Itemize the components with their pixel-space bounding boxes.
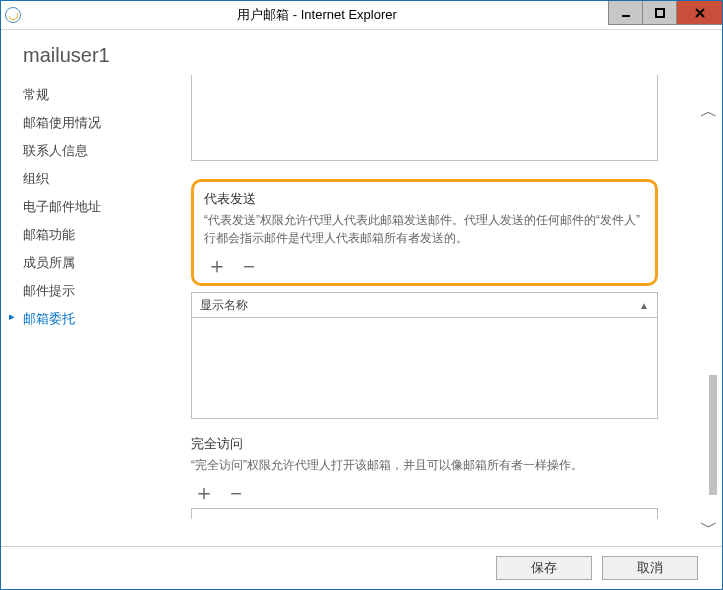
sidebar-item-features[interactable]: 邮箱功能 (23, 221, 136, 249)
vertical-scrollbar[interactable]: ︿ ﹀ (698, 75, 722, 546)
remove-button-full-access[interactable]: － (225, 482, 247, 504)
maximize-icon (654, 7, 666, 19)
window-frame: 用户邮箱 - Internet Explorer mailuser1 常规 邮箱… (0, 0, 723, 590)
send-on-behalf-toolbar: ＋ － (204, 253, 645, 277)
maximize-button[interactable] (642, 1, 676, 25)
sidebar-item-organization[interactable]: 组织 (23, 165, 136, 193)
save-button[interactable]: 保存 (496, 556, 592, 580)
sidebar-item-usage[interactable]: 邮箱使用情况 (23, 109, 136, 137)
footer: 保存 取消 (1, 546, 722, 589)
send-on-behalf-title: 代表发送 (204, 190, 645, 208)
sort-icon: ▲ (639, 300, 649, 311)
highlight-send-on-behalf: 代表发送 “代表发送”权限允许代理人代表此邮箱发送邮件。代理人发送的任何邮件的“… (191, 179, 658, 286)
cancel-button[interactable]: 取消 (602, 556, 698, 580)
sidebar-item-delegation[interactable]: 邮箱委托 (23, 305, 136, 333)
sidebar-item-general[interactable]: 常规 (23, 81, 136, 109)
send-on-behalf-listbox[interactable] (191, 318, 658, 419)
scroll-up-button[interactable]: ︿ (698, 100, 720, 122)
full-access-desc: “完全访问”权限允许代理人打开该邮箱，并且可以像邮箱所有者一样操作。 (191, 456, 658, 474)
sidebar: 常规 邮箱使用情况 联系人信息 组织 电子邮件地址 邮箱功能 成员所属 邮件提示… (1, 75, 136, 546)
full-access-toolbar: ＋ － (191, 480, 658, 504)
page-title: mailuser1 (1, 30, 722, 75)
sidebar-item-email-address[interactable]: 电子邮件地址 (23, 193, 136, 221)
client-area: mailuser1 常规 邮箱使用情况 联系人信息 组织 电子邮件地址 邮箱功能… (1, 30, 722, 589)
column-display-name: 显示名称 (200, 297, 248, 314)
close-icon (693, 6, 707, 20)
full-access-section: 完全访问 “完全访问”权限允许代理人打开该邮箱，并且可以像邮箱所有者一样操作。 … (191, 435, 658, 519)
window-controls (608, 1, 722, 25)
scroll-down-button[interactable]: ﹀ (698, 516, 720, 538)
ie-icon (5, 7, 21, 23)
minimize-icon (620, 7, 632, 19)
close-button[interactable] (676, 1, 722, 25)
send-on-behalf-list-header[interactable]: 显示名称 ▲ (191, 292, 658, 318)
previous-section-listbox[interactable] (191, 75, 658, 161)
send-on-behalf-desc: “代表发送”权限允许代理人代表此邮箱发送邮件。代理人发送的任何邮件的“发件人”行… (204, 211, 645, 247)
sidebar-item-contact[interactable]: 联系人信息 (23, 137, 136, 165)
sidebar-item-mailtip[interactable]: 邮件提示 (23, 277, 136, 305)
content-pane: 代表发送 “代表发送”权限允许代理人代表此邮箱发送邮件。代理人发送的任何邮件的“… (136, 75, 698, 546)
svg-rect-1 (656, 9, 664, 17)
remove-button[interactable]: － (238, 255, 260, 277)
add-button-full-access[interactable]: ＋ (193, 482, 215, 504)
scroll-thumb[interactable] (709, 375, 717, 495)
title-bar: 用户邮箱 - Internet Explorer (1, 1, 722, 30)
full-access-title: 完全访问 (191, 435, 658, 453)
add-button[interactable]: ＋ (206, 255, 228, 277)
main-row: 常规 邮箱使用情况 联系人信息 组织 电子邮件地址 邮箱功能 成员所属 邮件提示… (1, 75, 722, 546)
minimize-button[interactable] (608, 1, 642, 25)
sidebar-item-member-of[interactable]: 成员所属 (23, 249, 136, 277)
full-access-listbox-top[interactable] (191, 508, 658, 519)
